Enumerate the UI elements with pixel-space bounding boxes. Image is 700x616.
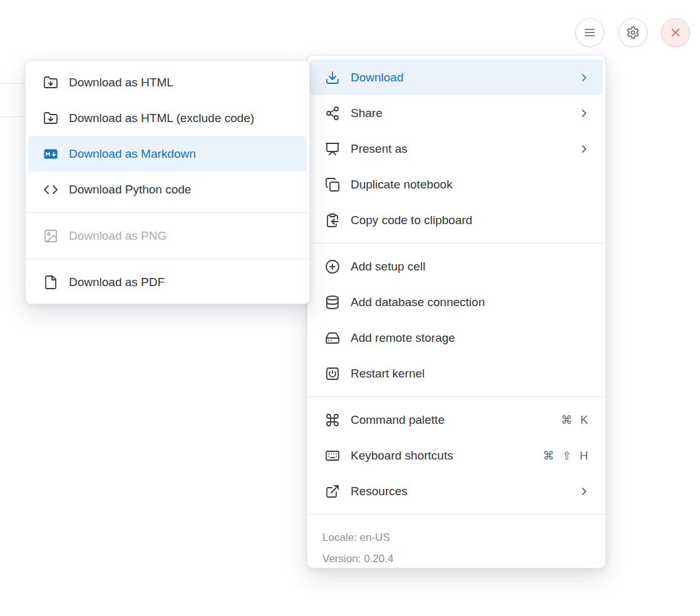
background-cell-border	[0, 83, 25, 84]
menu-item-add-setup-cell[interactable]: Add setup cell	[310, 249, 603, 284]
menu-item-label: Keyboard shortcuts	[351, 449, 543, 463]
chevron-right-icon	[578, 71, 590, 84]
menu-item-add-database-connection[interactable]: Add database connection	[310, 284, 603, 320]
image-icon	[43, 228, 58, 244]
chevron-right-icon	[578, 143, 590, 155]
menu-item-share[interactable]: Share	[310, 95, 603, 131]
settings-button[interactable]	[619, 18, 647, 47]
folder-download-icon	[43, 111, 58, 126]
menu-item-label: Download Python code	[69, 183, 294, 197]
menu-item-label: Add setup cell	[351, 260, 590, 274]
duplicate-icon	[325, 177, 340, 192]
menu-separator	[307, 396, 605, 397]
menu-item-label: Copy code to clipboard	[351, 213, 590, 227]
menu-item-label: Download as HTML (exclude code)	[69, 111, 294, 125]
menu-item-label: Restart kernel	[351, 367, 590, 381]
presentation-icon	[325, 141, 340, 157]
menu-item-label: Share	[351, 106, 578, 120]
menu-item-label: Download as PDF	[69, 275, 294, 289]
menu-item-label: Present as	[351, 142, 578, 156]
menu-item-label: Command palette	[351, 413, 561, 427]
notebook-menu: Download Share Present as Duplicate note…	[307, 55, 606, 568]
menu-item-label: Download as HTML	[69, 76, 294, 90]
notebook-menu-button[interactable]	[575, 18, 604, 47]
menu-item-label: Add database connection	[351, 295, 590, 309]
menu-item-add-remote-storage[interactable]: Add remote storage	[310, 320, 603, 356]
menu-item-label: Download	[351, 71, 578, 85]
menu-separator	[307, 514, 605, 515]
shortcut-hint: ⌘ ⇧ H	[543, 449, 590, 463]
external-link-icon	[325, 484, 340, 499]
menu-item-present-as[interactable]: Present as	[310, 131, 603, 167]
version-text: Version: 0.20.4	[322, 548, 590, 570]
hamburger-icon	[583, 26, 597, 39]
gear-icon	[626, 26, 640, 39]
menu-separator	[26, 212, 309, 213]
close-button[interactable]	[661, 18, 690, 47]
hard-drive-icon	[325, 331, 340, 346]
locale-text: Locale: en-US	[322, 527, 590, 548]
submenu-item-download-pdf[interactable]: Download as PDF	[28, 264, 307, 300]
download-submenu: Download as HTML Download as HTML (exclu…	[25, 60, 310, 304]
background-cell-border	[0, 116, 25, 117]
menu-item-label: Duplicate notebook	[351, 178, 590, 192]
menu-item-label: Resources	[351, 485, 578, 498]
menu-item-copy-code[interactable]: Copy code to clipboard	[310, 202, 603, 238]
submenu-item-download-markdown[interactable]: Download as Markdown	[28, 136, 307, 172]
plus-circle-icon	[325, 259, 340, 274]
menu-item-command-palette[interactable]: Command palette ⌘ K	[310, 402, 603, 438]
power-square-icon	[325, 366, 340, 381]
clipboard-copy-icon	[325, 213, 340, 228]
keyboard-icon	[325, 448, 340, 463]
close-icon	[669, 26, 682, 39]
menu-item-duplicate-notebook[interactable]: Duplicate notebook	[310, 167, 603, 202]
menu-item-restart-kernel[interactable]: Restart kernel	[310, 356, 603, 391]
menu-item-download[interactable]: Download	[310, 59, 603, 95]
menu-item-label: Add remote storage	[351, 331, 590, 345]
markdown-icon	[43, 146, 58, 162]
chevron-right-icon	[578, 485, 590, 498]
folder-download-icon	[43, 75, 58, 90]
chevron-right-icon	[578, 107, 590, 120]
submenu-item-download-python[interactable]: Download Python code	[28, 172, 307, 207]
submenu-item-download-png: Download as PNG	[28, 218, 307, 254]
download-icon	[325, 70, 340, 85]
menu-item-keyboard-shortcuts[interactable]: Keyboard shortcuts ⌘ ⇧ H	[310, 438, 603, 473]
menu-separator	[307, 243, 605, 244]
submenu-item-download-html[interactable]: Download as HTML	[28, 64, 307, 100]
shortcut-hint: ⌘ K	[561, 413, 590, 427]
file-icon	[43, 275, 58, 290]
menu-item-label: Download as PNG	[69, 229, 294, 243]
command-icon	[325, 413, 340, 428]
menu-separator	[26, 259, 309, 259]
menu-footer: Locale: en-US Version: 0.20.4	[310, 520, 603, 573]
menu-item-label: Download as Markdown	[69, 147, 294, 161]
menu-item-resources[interactable]: Resources	[310, 473, 603, 509]
database-icon	[325, 295, 340, 310]
share-icon	[325, 106, 340, 121]
code-icon	[43, 182, 58, 197]
submenu-item-download-html-exclude-code[interactable]: Download as HTML (exclude code)	[28, 100, 307, 136]
